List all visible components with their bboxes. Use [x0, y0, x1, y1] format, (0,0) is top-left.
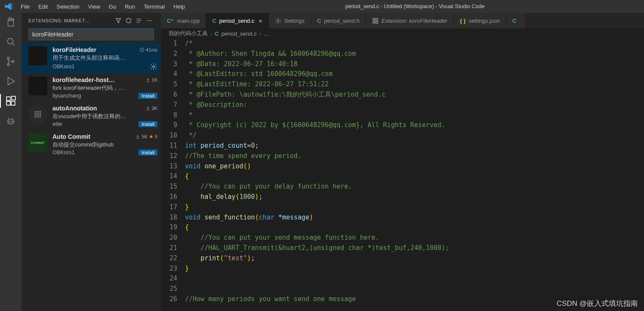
extension-name: autoAnnotation — [52, 105, 145, 112]
svg-rect-4 — [6, 97, 10, 101]
svg-rect-22 — [376, 18, 378, 20]
extension-list: koroFileHeader 41ms用于生成文件头部注释和函…OBKoro1k… — [22, 44, 161, 311]
svg-rect-6 — [11, 101, 15, 105]
extension-thumb-icon: COMMIT — [28, 133, 47, 152]
tab-label: main.cpp — [177, 18, 200, 24]
svg-point-11 — [147, 20, 148, 21]
extension-name: Auto Commit — [52, 133, 135, 140]
c-file-icon: C — [317, 18, 321, 24]
svg-point-1 — [7, 57, 9, 59]
extension-meta: 41ms — [139, 47, 157, 52]
extension-thumb-icon — [28, 105, 47, 124]
tab-settings[interactable]: Settings — [269, 13, 311, 28]
extension-search-input[interactable] — [28, 28, 154, 40]
search-icon[interactable] — [5, 36, 16, 47]
copilot-icon[interactable] — [5, 115, 16, 126]
svg-point-10 — [12, 121, 12, 122]
vscode-logo-icon — [3, 1, 14, 12]
extension-icon — [372, 18, 379, 24]
menu-go[interactable]: Go — [105, 0, 120, 13]
refresh-icon[interactable] — [124, 16, 133, 25]
extension-author: OBKoro1 — [52, 149, 139, 156]
menu-run[interactable]: Run — [120, 0, 139, 13]
breadcrumbs[interactable]: 我的代码小工具 › C period_send.c › … — [161, 28, 644, 39]
title-bar: FileEditSelectionViewGoRunTerminalHelp p… — [0, 0, 644, 13]
chevron-right-icon: › — [210, 30, 212, 37]
extension-item[interactable]: COMMITAuto Commit 5K ★ 5自动提交commit到githu… — [22, 131, 161, 159]
svg-point-18 — [277, 20, 279, 21]
tab-label: period_send.c — [219, 18, 255, 24]
svg-rect-16 — [35, 112, 41, 117]
tab-overflow[interactable]: C — [506, 13, 526, 28]
run-debug-icon[interactable] — [5, 76, 16, 87]
extension-meta: 1K — [145, 77, 157, 82]
editor-zone: C⁺main.cppCperiod_send.c×SettingsCperiod… — [161, 13, 644, 311]
tab-bar: C⁺main.cppCperiod_send.c×SettingsCperiod… — [161, 13, 644, 28]
svg-point-9 — [9, 121, 10, 122]
cpp-file-icon: C⁺ — [167, 18, 174, 24]
install-button[interactable]: Install — [139, 149, 157, 156]
install-button[interactable]: Install — [139, 121, 157, 127]
tab-label: settings.json — [469, 18, 500, 24]
svg-point-8 — [7, 119, 14, 124]
sidebar-title: EXTENSIONS: MARKET… — [28, 18, 113, 23]
crumb-folder[interactable]: 我的代码小工具 — [169, 30, 208, 37]
c-file-icon: C — [512, 18, 516, 24]
svg-point-13 — [151, 20, 152, 21]
extension-author: liyuanzhang — [52, 93, 139, 99]
extension-name: koroFileHeader — [52, 46, 139, 53]
menu-selection[interactable]: Selection — [52, 0, 83, 13]
tab-settings-json[interactable]: { }settings.json — [454, 13, 506, 28]
tab-main-cpp[interactable]: C⁺main.cpp — [161, 13, 206, 28]
extension-item[interactable]: koroFileHeader 41ms用于生成文件头部注释和函…OBKoro1 — [22, 44, 161, 74]
tab-extension-korofileheader[interactable]: Extension: koroFileHeader — [366, 13, 454, 28]
tab-label: Settings — [284, 18, 305, 24]
extension-name: korofileheader-host… — [52, 76, 145, 83]
extension-desc: 自动提交commit到github — [52, 141, 157, 149]
c-file-icon: C — [212, 18, 216, 24]
svg-point-3 — [12, 61, 14, 63]
sidebar-header: EXTENSIONS: MARKET… — [22, 13, 161, 28]
extension-item[interactable]: autoAnnotation 3K在vscode中用于函数注释的…ellieIn… — [22, 102, 161, 131]
tab-label: Extension: koroFileHeader — [382, 18, 447, 24]
extension-meta: 3K — [145, 106, 157, 111]
source-control-icon[interactable] — [5, 56, 16, 67]
menu-edit[interactable]: Edit — [34, 0, 52, 13]
menu-terminal[interactable]: Terminal — [139, 0, 169, 13]
extension-thumb-icon — [28, 46, 47, 65]
svg-rect-21 — [376, 21, 378, 23]
tab-period_send-c[interactable]: Cperiod_send.c× — [206, 13, 269, 28]
svg-rect-20 — [373, 21, 375, 23]
extensions-icon[interactable] — [5, 95, 16, 107]
crumb-more[interactable]: … — [264, 30, 269, 37]
clear-icon[interactable] — [134, 16, 144, 25]
svg-point-12 — [149, 20, 150, 21]
sidebar: EXTENSIONS: MARKET… koroFileHeader 41ms用… — [22, 13, 161, 311]
menu-bar: FileEditSelectionViewGoRunTerminalHelp — [16, 0, 189, 13]
crumb-file[interactable]: period_send.c — [222, 30, 257, 37]
svg-point-15 — [153, 66, 155, 68]
filter-icon[interactable] — [114, 16, 123, 25]
extension-author: ellie — [52, 121, 139, 127]
tab-period_send-h[interactable]: Cperiod_send.h — [311, 13, 366, 28]
json-file-icon: { } — [460, 18, 466, 24]
code-editor[interactable]: 1234567891011121314151617181920212223242… — [161, 39, 644, 311]
more-icon[interactable] — [145, 16, 154, 25]
gear-icon[interactable] — [150, 63, 157, 70]
close-icon[interactable]: × — [259, 17, 262, 24]
install-button[interactable]: Install — [139, 93, 157, 99]
svg-rect-7 — [12, 96, 15, 100]
activity-bar — [0, 13, 22, 311]
menu-view[interactable]: View — [84, 0, 105, 13]
code-content[interactable]: /* * @Author: Shen Tingda && 1600648296@… — [185, 39, 644, 311]
menu-help[interactable]: Help — [169, 0, 189, 13]
svg-rect-19 — [373, 18, 375, 20]
extension-author: OBKoro1 — [52, 64, 150, 70]
extension-desc: fork koroFileHeader代码，… — [52, 84, 157, 92]
extension-thumb-icon — [28, 76, 47, 95]
explorer-icon[interactable] — [5, 16, 16, 27]
menu-file[interactable]: File — [16, 0, 34, 13]
extension-item[interactable]: korofileheader-host… 1Kfork koroFileHead… — [22, 74, 161, 102]
extension-meta: 5K ★ 5 — [135, 134, 157, 140]
chevron-right-icon: › — [259, 30, 261, 37]
